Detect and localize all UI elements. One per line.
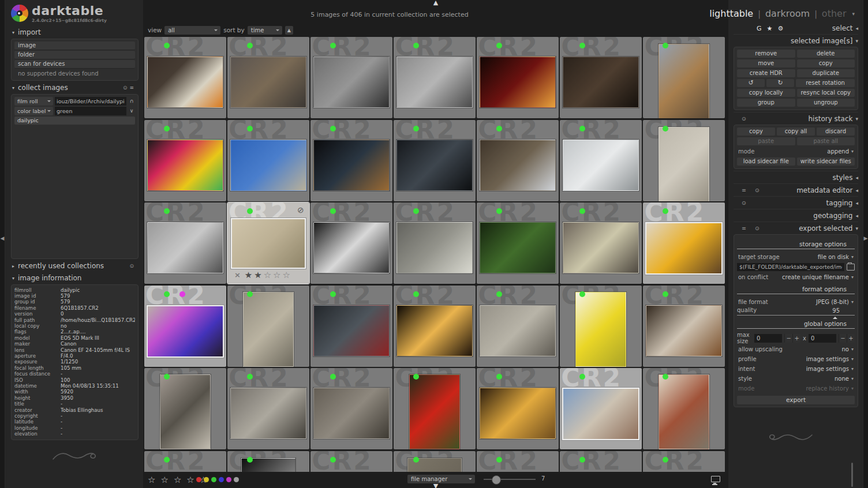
move-button[interactable]: move	[737, 59, 795, 67]
reset-icon[interactable]: ⊙	[755, 225, 763, 231]
metadata-editor-header[interactable]: ≡ ⊙ metadata editor ◂	[734, 183, 858, 196]
star-empty-icon[interactable]: ☆	[283, 270, 292, 280]
collapse-top-panel-icon[interactable]: ▲	[433, 0, 438, 6]
increment-button[interactable]: +	[847, 334, 855, 343]
scan-devices-button[interactable]: scan for devices	[14, 60, 135, 69]
view-filter-dropdown[interactable]: all	[164, 26, 220, 35]
export-mode-dropdown[interactable]: replace history	[806, 385, 849, 392]
tagging-header[interactable]: ⊙ tagging ◂	[734, 196, 858, 209]
star-empty-icon[interactable]: ☆	[264, 270, 273, 280]
sort-dropdown[interactable]: time	[248, 26, 282, 35]
rule-expand-icon[interactable]: ∨	[128, 108, 135, 114]
thumb-cell-red-tulip[interactable]: CR2	[394, 368, 476, 449]
remove-button[interactable]: remove	[737, 50, 795, 58]
thumb-cell-roof-shingles[interactable]: CR2	[310, 368, 392, 449]
history-stack-header[interactable]: ⊙ history stack ▾	[734, 112, 858, 125]
allow-upscaling-dropdown[interactable]: no	[842, 346, 849, 352]
thumb-cell-bw-building[interactable]: CR2	[394, 37, 476, 118]
group-button[interactable]: group	[737, 99, 795, 107]
resync-local-copy-button[interactable]: resync local copy	[797, 89, 855, 97]
rotate-cw-button[interactable]: ↻	[766, 79, 794, 87]
rule-value-input[interactable]	[55, 107, 126, 115]
rule-param-dropdown[interactable]: film roll	[14, 97, 53, 106]
select-module-header[interactable]: select ◂	[832, 22, 858, 35]
display-profile-icon[interactable]	[711, 476, 720, 482]
grouping-toggle-icon[interactable]: G	[757, 25, 762, 32]
thumb-cell-fern[interactable]: CR2	[477, 202, 559, 284]
thumb-cell-forsythia[interactable]: CR2	[560, 286, 642, 367]
thumb-cell-crocuses[interactable]: CR2	[477, 120, 559, 201]
thumb-cell-pear-figurine[interactable]: CR2	[560, 202, 642, 284]
thumb-cell-fabric-stitching[interactable]: CR2	[310, 286, 392, 367]
layout-mode-dropdown[interactable]: file manager	[407, 475, 475, 483]
color-label-button[interactable]	[234, 477, 239, 482]
thumb-cell-ashtray-smoke[interactable]: CR2	[310, 120, 392, 201]
profile-dropdown[interactable]: image settings	[806, 356, 849, 362]
thumb-cell-juice-glass[interactable]: CR2	[643, 202, 725, 284]
history-copy-button[interactable]: copy	[737, 127, 775, 136]
write-sidecar-button[interactable]: write sidecar files	[797, 157, 855, 166]
max-width-input[interactable]	[754, 334, 782, 343]
load-sidecar-button[interactable]: load sidecar file	[737, 157, 795, 166]
duplicate-button[interactable]: duplicate	[797, 69, 855, 77]
image-info-header[interactable]: ▾ image information	[5, 273, 143, 283]
color-label-button[interactable]	[211, 477, 216, 482]
copy-locally-button[interactable]: copy locally	[737, 89, 795, 97]
selected-images-header[interactable]: selected image[s] ▾	[734, 34, 858, 47]
preferences-gear-icon[interactable]: ⚙	[777, 25, 783, 32]
collapse-left-panel-icon[interactable]: ◀	[0, 235, 5, 241]
import-folder-button[interactable]: folder	[14, 51, 135, 59]
history-paste-button[interactable]: paste	[737, 137, 795, 145]
reset-rotation-button[interactable]: reset rotation	[796, 79, 855, 87]
thumb-cell-sink[interactable]: CR2	[560, 120, 642, 201]
thumb-cell-brick-window[interactable]: CR2	[144, 368, 226, 449]
thumb-cell-climbing-wall[interactable]: CR2⊘×★★☆☆☆	[227, 202, 309, 284]
color-label-button[interactable]	[196, 477, 201, 482]
export-button[interactable]: export	[737, 396, 855, 404]
history-paste-all-button[interactable]: paste all	[797, 137, 855, 145]
create-hdr-button[interactable]: create HDR	[737, 69, 795, 77]
view-more-icon[interactable]: ▾	[852, 11, 855, 17]
star-filled-icon[interactable]: ★	[254, 270, 263, 280]
history-mode-dropdown[interactable]: append	[827, 148, 849, 155]
export-path-input[interactable]	[737, 263, 844, 271]
thumb-cell-lufthansa-relief[interactable]: CR2	[227, 286, 309, 367]
thumb-cell-fried-egg[interactable]: CR2	[144, 37, 226, 118]
quality-slider[interactable]: quality 95	[737, 307, 855, 317]
choose-folder-icon[interactable]	[847, 264, 855, 271]
sort-ascending-button[interactable]: ▲	[285, 26, 293, 35]
rule-value-input[interactable]	[55, 97, 126, 106]
reset-icon[interactable]: ⊙	[129, 263, 136, 269]
thumb-cell-deer[interactable]: CR2	[643, 37, 725, 118]
view-lighttable[interactable]: lighttable	[709, 8, 753, 19]
history-copy-all-button[interactable]: copy all	[777, 127, 815, 136]
target-storage-dropdown[interactable]: file on disk	[818, 254, 849, 260]
thumb-cell-guitar-picks[interactable]: CR2	[144, 120, 226, 201]
group-overlay-icon[interactable]: ⊘	[297, 205, 304, 215]
max-height-input[interactable]	[809, 334, 836, 343]
thumb-cell-clay-rabbit[interactable]: CR2	[227, 37, 309, 118]
thumb-cell-palace-portal[interactable]: CR2	[643, 368, 725, 449]
thumb-cell-wall-crack[interactable]: CR2	[643, 120, 725, 201]
reset-icon[interactable]: ⊙	[123, 85, 130, 91]
thumb-cell-boar[interactable]: CR2	[560, 37, 642, 118]
thumb-cell-spaniel-dog[interactable]: CR2	[643, 286, 725, 367]
increment-button[interactable]: +	[792, 334, 800, 343]
copy-button[interactable]: copy	[797, 59, 855, 67]
reset-icon[interactable]: ⊙	[742, 115, 750, 122]
collapse-bottom-panel-icon[interactable]: ▼	[433, 482, 438, 488]
thumb-cell-hand-with-key[interactable]: CR2	[310, 37, 392, 118]
thumb-cell-bw-station[interactable]: CR2	[310, 202, 392, 284]
right-panel-scrollbar[interactable]	[851, 463, 853, 487]
presets-icon[interactable]: ≡	[742, 187, 750, 193]
star-filled-icon[interactable]: ★	[245, 270, 254, 280]
thumb-cell-candle-jar[interactable]: CR2	[477, 368, 559, 449]
collapse-right-panel-icon[interactable]: ▶	[863, 235, 868, 241]
rule-narrow-icon[interactable]: ∩	[128, 98, 135, 104]
decrement-button[interactable]: −	[784, 334, 792, 343]
export-header[interactable]: ≡ ⊙ export selected ▾	[734, 222, 858, 234]
presets-icon[interactable]: ≡	[742, 225, 750, 231]
thumb-rating-stars[interactable]: ★★☆☆☆	[227, 270, 309, 280]
ungroup-button[interactable]: ungroup	[797, 99, 855, 107]
reset-icon[interactable]: ⊙	[742, 200, 750, 206]
